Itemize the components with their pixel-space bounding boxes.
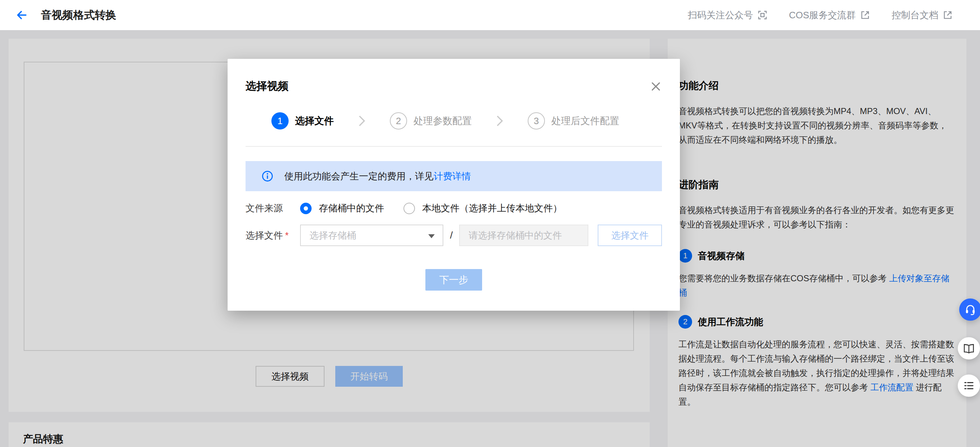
external-link-icon [860, 10, 870, 20]
radio-local-file[interactable]: 本地文件（选择并上传本地文件） [404, 202, 562, 214]
modal-divider [245, 146, 662, 147]
step-label: 处理参数配置 [414, 114, 472, 127]
headset-icon [964, 303, 977, 316]
step-label: 选择文件 [295, 114, 334, 127]
list-icon [963, 380, 975, 392]
file-source-row: 文件来源 存储桶中的文件 本地文件（选择并上传本地文件） [245, 202, 662, 214]
header-links: 扫码关注公众号 COS服务交流群 控制台文档 [688, 9, 953, 22]
step-select-file: 1 选择文件 [271, 112, 334, 130]
bucket-file-input[interactable] [459, 225, 589, 246]
step-wizard: 1 选择文件 2 处理参数配置 3 处理后文件配置 [245, 112, 662, 130]
step-label: 处理后文件配置 [551, 114, 619, 127]
header-link-label: COS服务交流群 [789, 9, 856, 22]
radio-label: 存储桶中的文件 [319, 202, 384, 214]
step-number: 2 [390, 112, 407, 130]
required-asterisk: * [285, 230, 289, 241]
step-number: 3 [528, 112, 545, 130]
top-header: 音视频格式转换 扫码关注公众号 COS服务交流群 控制台文档 [0, 0, 980, 30]
caret-down-icon [428, 234, 435, 238]
info-icon [261, 170, 274, 182]
feedback-fab[interactable] [958, 374, 980, 397]
header-link-label: 控制台文档 [892, 9, 939, 22]
billing-notice-text: 使用此功能会产生一定的费用，详见计费详情 [284, 170, 471, 182]
header-link-qr-follow[interactable]: 扫码关注公众号 [688, 9, 767, 22]
screen: 音视频格式转换 扫码关注公众号 COS服务交流群 控制台文档 选择视频 开始转码… [0, 0, 980, 447]
docs-fab[interactable] [958, 337, 980, 360]
radio-unselected-icon [404, 203, 415, 214]
file-source-label: 文件来源 [245, 202, 300, 214]
book-icon [963, 342, 975, 354]
billing-notice-banner: 使用此功能会产生一定的费用，详见计费详情 [245, 161, 662, 191]
choose-file-button[interactable]: 选择文件 [598, 225, 662, 246]
modal-close-button[interactable] [649, 80, 663, 93]
support-fab[interactable] [959, 298, 980, 321]
header-link-label: 扫码关注公众号 [688, 9, 753, 22]
billing-detail-link[interactable]: 计费详情 [434, 171, 471, 182]
qr-scan-icon [757, 10, 767, 20]
close-icon [650, 80, 662, 93]
step-process-params: 2 处理参数配置 [390, 112, 472, 130]
header-link-cos-group[interactable]: COS服务交流群 [789, 9, 870, 22]
radio-selected-icon [300, 203, 312, 214]
radio-label: 本地文件（选择并上传本地文件） [422, 202, 562, 214]
chevron-right-icon [496, 115, 503, 127]
bucket-select[interactable]: 选择存储桶 [300, 225, 443, 246]
step-number: 1 [271, 112, 289, 130]
select-file-label: 选择文件* [245, 229, 300, 242]
path-separator: / [450, 230, 453, 241]
next-step-button[interactable]: 下一步 [425, 269, 482, 290]
select-file-row: 选择文件* 选择存储桶 / 选择文件 [245, 225, 662, 246]
modal-title: 选择视频 [245, 59, 662, 94]
page-title: 音视频格式转换 [41, 8, 116, 22]
back-button[interactable] [14, 8, 29, 22]
header-link-console-docs[interactable]: 控制台文档 [892, 9, 953, 22]
chevron-right-icon [358, 115, 366, 127]
external-link-icon [943, 10, 953, 20]
notice-text: 使用此功能会产生一定的费用，详见 [284, 171, 434, 182]
arrow-left-icon [15, 9, 28, 22]
radio-bucket-file[interactable]: 存储桶中的文件 [300, 202, 384, 214]
select-video-modal: 选择视频 1 选择文件 2 处理参数配置 3 处理后文件配置 [228, 59, 680, 311]
bucket-select-placeholder: 选择存储桶 [309, 229, 356, 242]
label-text: 选择文件 [245, 230, 283, 241]
step-output-config: 3 处理后文件配置 [528, 112, 619, 130]
